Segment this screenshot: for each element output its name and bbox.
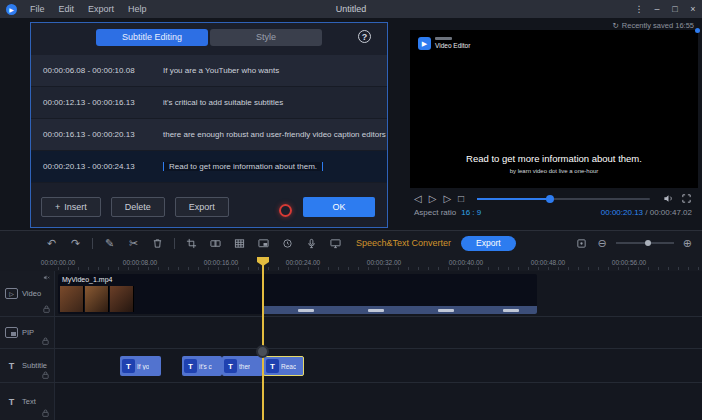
playhead-grip[interactable] <box>256 345 269 358</box>
subtitle-panel-footer: +Insert Delete Export OK <box>41 196 375 218</box>
seek-slider[interactable] <box>477 198 650 200</box>
video-thumbnail <box>110 286 134 312</box>
subtitle-row[interactable]: 00:00:16.13 - 00:00:20.13 there are enou… <box>31 119 387 151</box>
subtitle-panel-tabs: Subtitle Editing Style ? <box>31 23 387 46</box>
playhead[interactable] <box>262 257 264 420</box>
ruler-label: 00:00:08.00 <box>123 259 157 266</box>
delete-button[interactable]: Delete <box>111 197 165 217</box>
menu-help[interactable]: Help <box>121 4 154 14</box>
minimize-button[interactable]: – <box>648 0 666 18</box>
pip-icon[interactable] <box>256 235 271 251</box>
subtitle-track-label: Subtitle <box>22 361 47 370</box>
text-track-header: T Text <box>0 383 55 420</box>
previous-frame-button[interactable]: ◁ <box>414 194 422 204</box>
redo-icon[interactable]: ↷ <box>68 235 83 251</box>
tab-subtitle-editing[interactable]: Subtitle Editing <box>96 29 208 46</box>
seek-progress <box>477 198 550 200</box>
text-track-icon: T <box>5 396 18 407</box>
text-track-label: Text <box>22 397 36 406</box>
seek-knob[interactable] <box>546 195 554 203</box>
subtitle-clip-selected[interactable]: T Reac <box>263 356 304 376</box>
subtitle-row[interactable]: 00:00:12.13 - 00:00:16.13 it's critical … <box>31 87 387 119</box>
ruler-label: 00:00:16.00 <box>204 259 238 266</box>
record-screen-icon[interactable] <box>328 235 343 251</box>
ok-button[interactable]: OK <box>303 197 375 217</box>
ruler-label: 00:00:40.00 <box>449 259 483 266</box>
lock-icon[interactable] <box>42 371 49 379</box>
trash-icon[interactable] <box>150 235 165 251</box>
maximize-button[interactable]: □ <box>666 0 684 18</box>
insert-button[interactable]: +Insert <box>41 197 101 217</box>
subtitle-list: 00:00:06.08 - 00:00:10.08 If you are a Y… <box>31 55 387 183</box>
timeline-export-button[interactable]: Export <box>461 236 516 251</box>
text-track: T Text <box>0 383 702 420</box>
subtitle-clip[interactable]: T ther <box>222 356 263 376</box>
subtitle-text: it's critical to add suitable subtitles <box>159 98 387 107</box>
timeline-section: ↶ ↷ ✎ ✂ <box>0 230 702 420</box>
plus-icon: + <box>55 202 60 212</box>
mosaic-icon[interactable] <box>232 235 247 251</box>
ruler-label: 00:00:48.00 <box>531 259 565 266</box>
voiceover-mic-icon[interactable] <box>304 235 319 251</box>
pip-track-header: PIP <box>0 317 55 348</box>
zoom-in-icon[interactable]: ⊕ <box>683 237 692 250</box>
crop-icon[interactable] <box>184 235 199 251</box>
tab-style[interactable]: Style <box>210 29 322 46</box>
zoom-slider-knob[interactable] <box>645 240 651 246</box>
more-options-icon[interactable]: ⋮ <box>630 0 648 18</box>
subtitle-track-header: T Subtitle <box>0 349 55 382</box>
timeline-ruler[interactable]: 00:00:00.00 00:00:08.00 00:00:16.00 00:0… <box>0 255 702 271</box>
menu-export[interactable]: Export <box>81 4 121 14</box>
zoom-out-icon[interactable]: ⊖ <box>598 237 607 250</box>
timeline-zoom-slider[interactable] <box>616 242 674 244</box>
lock-icon[interactable] <box>42 337 49 345</box>
preview-status-bar: Aspect ratio 16 : 9 00:00:20.13 / 00:00:… <box>414 208 692 217</box>
ruler-label: 00:00:00.00 <box>41 259 75 266</box>
preview-caption-main: Read to get more information about them. <box>410 153 698 164</box>
lock-icon[interactable] <box>42 409 49 417</box>
close-button[interactable]: × <box>684 0 702 18</box>
subtitle-text-input[interactable]: Read to get more information about them. <box>163 162 323 171</box>
speech-text-converter-button[interactable]: Speech&Text Converter <box>356 238 451 248</box>
ruler-label: 00:00:32.00 <box>367 259 401 266</box>
subtitle-timecode: 00:00:06.08 - 00:00:10.08 <box>31 66 159 75</box>
play-button[interactable]: ▷ <box>429 194 437 204</box>
toolbar-divider <box>174 238 175 249</box>
app-window: ▶ File Edit Export Help Untitled ⋮ – □ ×… <box>0 0 702 420</box>
fullscreen-icon[interactable] <box>681 193 692 206</box>
help-button[interactable]: ? <box>358 30 371 43</box>
subtitle-row[interactable]: 00:00:06.08 - 00:00:10.08 If you are a Y… <box>31 55 387 87</box>
export-subtitles-button[interactable]: Export <box>175 197 229 217</box>
burned-subtitle-marker <box>503 309 519 312</box>
mute-icon[interactable] <box>43 274 50 281</box>
watermark-text: Video Editor <box>435 42 470 49</box>
menu-edit[interactable]: Edit <box>52 4 82 14</box>
duration-icon[interactable] <box>280 235 295 251</box>
keyframe-icon[interactable] <box>574 235 589 251</box>
subtitle-clip[interactable]: T it's c <box>182 356 222 376</box>
next-frame-button[interactable]: ▷ <box>443 194 451 204</box>
ruler-label: 00:00:56.00 <box>612 259 646 266</box>
preview-handle-dot <box>695 28 700 33</box>
subtitle-row-selected[interactable]: 00:00:20.13 - 00:00:24.13 Read to get mo… <box>31 151 387 183</box>
lock-icon[interactable] <box>43 305 50 313</box>
aspect-ratio-value[interactable]: 16 : 9 <box>461 208 481 217</box>
edit-icon[interactable]: ✎ <box>102 235 117 251</box>
video-clip[interactable]: MyVideo_1.mp4 <box>58 274 537 314</box>
window-controls: ⋮ – □ × <box>630 0 702 18</box>
stop-button[interactable]: □ <box>458 194 464 204</box>
subtitle-clip[interactable]: T If yo <box>120 356 161 376</box>
watermark-logo-icon: ▶ <box>418 37 431 50</box>
volume-icon[interactable] <box>663 193 674 206</box>
menu-file[interactable]: File <box>23 4 52 14</box>
pip-track-icon <box>5 327 18 338</box>
transition-icon[interactable] <box>208 235 223 251</box>
video-preview: ▶ Video Editor Read to get more informat… <box>410 30 698 188</box>
recently-saved-status: ↻ Recently saved 16:55 <box>613 21 694 30</box>
subtitle-clip-icon: T <box>224 359 237 373</box>
cut-icon[interactable]: ✂ <box>126 235 141 251</box>
pip-track-label: PIP <box>22 328 34 337</box>
subtitle-track: T Subtitle T If yo T it's c T ther <box>0 349 702 383</box>
subtitle-timecode: 00:00:20.13 - 00:00:24.13 <box>31 162 159 171</box>
undo-icon[interactable]: ↶ <box>44 235 59 251</box>
